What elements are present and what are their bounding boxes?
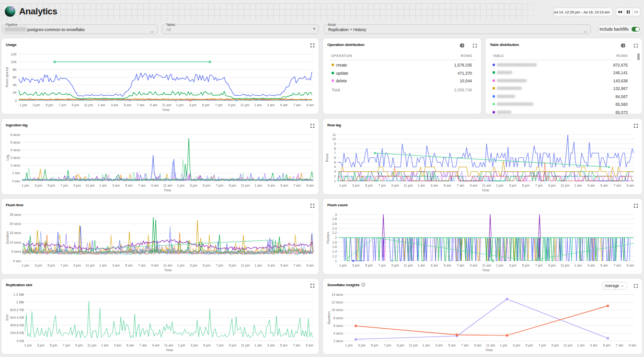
svg-text:7 am: 7 am	[293, 103, 301, 107]
svg-text:1: 1	[335, 259, 337, 263]
svg-text:9 am: 9 am	[470, 184, 477, 187]
svg-text:1 am: 1 am	[417, 264, 425, 267]
svg-text:7 pm: 7 pm	[384, 344, 391, 347]
svg-text:10 secs: 10 secs	[10, 241, 22, 244]
svg-text:3 am: 3 am	[114, 344, 121, 347]
svg-text:5 am: 5 am	[448, 344, 456, 347]
svg-text:2 secs: 2 secs	[11, 164, 21, 167]
svg-text:7 am: 7 am	[138, 264, 146, 267]
svg-text:10K: 10K	[11, 60, 17, 64]
svg-text:Time: Time	[164, 268, 172, 272]
svg-text:1 am: 1 am	[254, 344, 262, 347]
svg-text:3 pm: 3 pm	[34, 184, 42, 188]
svg-text:9 pm: 9 pm	[229, 184, 236, 188]
svg-text:9 pm: 9 pm	[548, 184, 556, 188]
svg-text:9 pm: 9 pm	[391, 264, 399, 268]
svg-text:1: 1	[334, 179, 336, 183]
svg-text:9 pm: 9 pm	[73, 264, 81, 268]
svg-text:6K: 6K	[12, 76, 17, 79]
svg-text:5 am: 5 am	[280, 344, 288, 347]
svg-text:11 pm: 11 pm	[409, 344, 418, 347]
svg-text:11 pm: 11 pm	[403, 264, 413, 268]
svg-text:Duration: Duration	[6, 231, 9, 244]
svg-text:3 pm: 3 pm	[190, 184, 197, 188]
svg-text:7 pm: 7 pm	[535, 264, 543, 268]
svg-text:5 pm: 5 pm	[202, 103, 210, 107]
svg-text:1 am: 1 am	[417, 184, 425, 187]
svg-text:1 pm: 1 pm	[22, 264, 29, 268]
svg-text:8: 8	[334, 147, 336, 150]
svg-text:3 am: 3 am	[267, 344, 275, 347]
svg-text:5 pm: 5 pm	[46, 103, 53, 107]
svg-text:1 MB: 1 MB	[16, 301, 24, 304]
svg-text:2K: 2K	[12, 91, 17, 94]
svg-text:3 am: 3 am	[590, 344, 598, 347]
svg-text:11 pm: 11 pm	[86, 264, 95, 268]
svg-text:9 pm: 9 pm	[552, 344, 559, 347]
svg-text:7 am: 7 am	[461, 344, 469, 347]
svg-text:7 am: 7 am	[293, 344, 300, 347]
svg-text:3 pm: 3 pm	[33, 103, 40, 107]
svg-text:1 am: 1 am	[575, 184, 582, 187]
svg-text:5 pm: 5 pm	[203, 264, 210, 268]
svg-text:7 pm: 7 pm	[215, 103, 223, 107]
svg-text:Lag: Lag	[6, 155, 10, 161]
svg-text:3 pm: 3 pm	[513, 344, 520, 347]
svg-text:11 am: 11 am	[163, 184, 172, 187]
svg-text:819.2 KB: 819.2 KB	[10, 308, 24, 312]
svg-text:Time: Time	[166, 348, 173, 352]
svg-text:0: 0	[15, 99, 17, 102]
svg-text:11 pm: 11 pm	[241, 103, 250, 107]
svg-text:9 am: 9 am	[627, 264, 634, 267]
svg-text:5 am: 5 am	[600, 264, 608, 267]
svg-text:1 am: 1 am	[99, 264, 107, 267]
svg-text:5 pm: 5 pm	[522, 264, 530, 268]
svg-text:3 pm: 3 pm	[358, 344, 366, 347]
svg-text:1 pm: 1 pm	[500, 344, 507, 347]
svg-text:11 am: 11 am	[482, 264, 491, 267]
svg-text:1 pm: 1 pm	[177, 184, 184, 188]
svg-text:5 pm: 5 pm	[203, 344, 211, 347]
svg-text:9: 9	[334, 142, 336, 145]
svg-text:1 am: 1 am	[423, 344, 430, 347]
svg-text:7 pm: 7 pm	[63, 344, 70, 347]
svg-text:Rows synced: Rows synced	[5, 67, 9, 88]
svg-text:7 am: 7 am	[613, 264, 621, 267]
svg-text:3 pm: 3 pm	[37, 344, 45, 347]
svg-text:2: 2	[334, 175, 336, 178]
svg-text:3 am: 3 am	[112, 264, 120, 267]
svg-text:3 am: 3 am	[112, 184, 120, 187]
svg-text:3 am: 3 am	[587, 184, 595, 187]
svg-text:5 pm: 5 pm	[50, 344, 58, 347]
svg-text:11 am: 11 am	[162, 103, 171, 107]
svg-text:9 am: 9 am	[151, 264, 159, 267]
svg-text:9 pm: 9 pm	[397, 344, 404, 347]
svg-text:1 pm: 1 pm	[178, 344, 185, 347]
svg-text:11 am: 11 am	[163, 264, 172, 267]
svg-text:5 pm: 5 pm	[371, 344, 379, 347]
svg-text:7 pm: 7 pm	[216, 344, 224, 347]
svg-text:9 am: 9 am	[627, 184, 634, 187]
svg-text:7 pm: 7 pm	[60, 264, 68, 268]
svg-text:9 pm: 9 pm	[229, 344, 237, 347]
svg-text:5 am: 5 am	[280, 184, 288, 187]
svg-text:11 pm: 11 pm	[241, 344, 250, 347]
svg-text:7 pm: 7 pm	[379, 184, 386, 188]
svg-text:14 secs: 14 secs	[332, 293, 344, 296]
svg-text:1 am: 1 am	[254, 103, 262, 107]
svg-text:3 am: 3 am	[436, 344, 443, 347]
svg-text:7: 7	[334, 151, 336, 155]
svg-text:1 am: 1 am	[577, 344, 585, 347]
svg-text:2.6: 2.6	[332, 222, 337, 225]
svg-text:9 pm: 9 pm	[72, 103, 80, 107]
svg-text:3 pm: 3 pm	[189, 103, 196, 107]
svg-text:9 am: 9 am	[150, 103, 158, 107]
svg-text:Time: Time	[482, 268, 489, 272]
svg-text:7 am: 7 am	[457, 184, 464, 187]
svg-text:2.2: 2.2	[332, 231, 337, 234]
svg-text:4: 4	[334, 165, 336, 168]
svg-text:5 pm: 5 pm	[47, 264, 55, 268]
svg-text:Duration: Duration	[327, 312, 331, 324]
svg-text:11 am: 11 am	[164, 344, 173, 347]
svg-text:2 secs: 2 secs	[334, 339, 344, 343]
